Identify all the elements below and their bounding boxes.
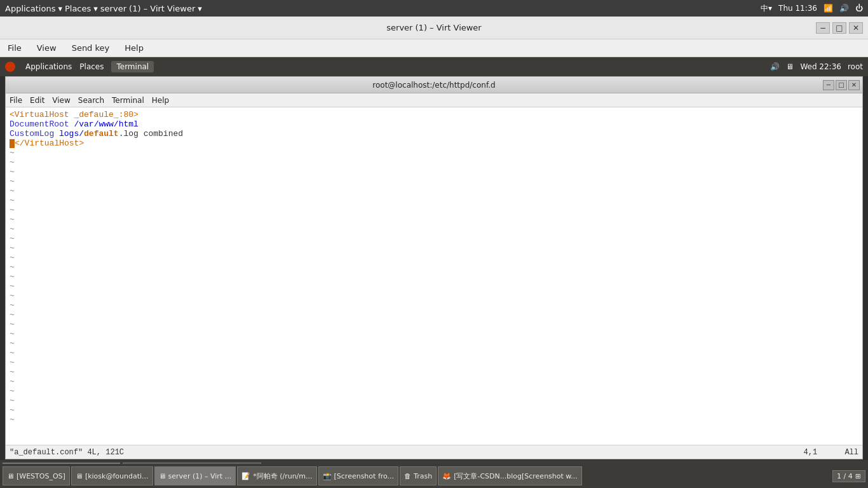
terminal-menubar: File Edit View Search Terminal Help bbox=[6, 93, 862, 107]
host-taskbar-item-server[interactable]: 🖥 server (1) – Virt ... bbox=[154, 466, 236, 485]
terminal-title: root@localhost:/etc/httpd/conf.d bbox=[372, 81, 495, 90]
vm-clock: Wed 22:36 bbox=[800, 62, 841, 71]
terminal-line-2: DocumentRoot /var/www/html bbox=[10, 119, 858, 129]
csdn-icon: 🦊 bbox=[442, 472, 451, 480]
terminal-position-status: 4,1 All bbox=[804, 448, 858, 457]
apache-icon: 📝 bbox=[241, 472, 250, 480]
input-method-indicator[interactable]: 中▾ bbox=[761, 3, 772, 14]
virt-viewer-file-menu[interactable]: File bbox=[5, 42, 24, 54]
vm-topbar: Applications Places Terminal 🔊 🖥 Wed 22:… bbox=[0, 57, 868, 76]
csdn-label: [写文章-CSDN...blog[Screenshot w... bbox=[454, 471, 578, 481]
system-topbar: Applications ▾ Places ▾ server (1) – Vir… bbox=[0, 0, 868, 17]
server-icon: 🖥 bbox=[159, 472, 166, 480]
host-taskbar-item-csdn[interactable]: 🦊 [写文章-CSDN...blog[Screenshot w... bbox=[438, 466, 582, 485]
terminal-filename-status: "a_default.conf" 4L, 121C bbox=[10, 448, 124, 457]
westos-icon: 🖥 bbox=[7, 472, 14, 480]
trash-label: Trash bbox=[414, 472, 432, 480]
host-taskbar-item-apache[interactable]: 📝 *阿帕奇 (/run/m... bbox=[237, 466, 316, 485]
virt-viewer-minimize-button[interactable]: − bbox=[816, 22, 830, 34]
host-taskbar-item-trash[interactable]: 🗑 Trash bbox=[400, 466, 437, 485]
vm-topbar-right: 🔊 🖥 Wed 22:36 root bbox=[770, 62, 863, 71]
wifi-icon[interactable]: 📶 bbox=[824, 4, 833, 13]
terminal-window: root@localhost:/etc/httpd/conf.d − □ ✕ F… bbox=[5, 76, 863, 459]
kiosk-icon: 🖥 bbox=[76, 472, 83, 480]
system-window-dropdown-icon[interactable]: ▾ bbox=[198, 4, 202, 13]
virt-viewer-view-menu[interactable]: View bbox=[34, 42, 59, 54]
system-places-dropdown-icon[interactable]: ▾ bbox=[93, 4, 98, 13]
virt-viewer-controls: − □ ✕ bbox=[816, 22, 863, 34]
vm-display-icon[interactable]: 🖥 bbox=[786, 62, 794, 71]
system-clock: Thu 11:36 bbox=[778, 4, 817, 13]
virt-viewer-restore-button[interactable]: □ bbox=[832, 22, 846, 34]
terminal-minimize-button[interactable]: − bbox=[823, 80, 834, 90]
vm-topbar-left: Applications Places Terminal bbox=[5, 61, 154, 72]
system-topbar-left: Applications ▾ Places ▾ server (1) – Vir… bbox=[5, 4, 202, 13]
vm-volume-icon[interactable]: 🔊 bbox=[770, 62, 780, 71]
terminal-line-1: <VirtualHost _defaule_:80> bbox=[10, 110, 858, 119]
terminal-tildes: ~~~~~ ~~~~~ ~~~~~ ~~~~~ ~~~~~ ~~~~ bbox=[10, 148, 858, 424]
terminal-search-menu[interactable]: Search bbox=[78, 96, 104, 105]
virt-viewer-help-menu[interactable]: Help bbox=[122, 42, 146, 54]
terminal-view-menu[interactable]: View bbox=[52, 96, 70, 105]
virt-viewer-window: server (1) – Virt Viewer − □ ✕ File View… bbox=[0, 17, 868, 488]
terminal-terminal-menu[interactable]: Terminal bbox=[112, 96, 144, 105]
virt-viewer-titlebar: server (1) – Virt Viewer − □ ✕ bbox=[0, 17, 868, 39]
screenshot-label: [Screenshot fro... bbox=[334, 472, 395, 480]
server-label: server (1) – Virt ... bbox=[168, 472, 232, 480]
terminal-file-menu[interactable]: File bbox=[10, 96, 22, 105]
host-taskbar-item-kiosk[interactable]: 🖥 [kiosk@foundati... bbox=[71, 466, 153, 485]
power-icon[interactable]: ⏻ bbox=[855, 4, 863, 13]
volume-icon[interactable]: 🔊 bbox=[839, 4, 849, 13]
vm-content: Applications Places Terminal 🔊 🖥 Wed 22:… bbox=[0, 57, 868, 488]
terminal-line-4: </VirtualHost> bbox=[10, 139, 858, 148]
system-topbar-right: 中▾ Thu 11:36 📶 🔊 ⏻ bbox=[761, 3, 863, 14]
system-window-menu[interactable]: server (1) – Virt Viewer bbox=[100, 4, 195, 13]
virt-viewer-close-button[interactable]: ✕ bbox=[849, 22, 863, 34]
terminal-line-3: CustomLog logs/default.log combined bbox=[10, 129, 858, 139]
virt-viewer-sendkey-menu[interactable]: Send key bbox=[69, 42, 112, 54]
virt-viewer-menubar: File View Send key Help bbox=[0, 39, 868, 57]
trash-icon: 🗑 bbox=[404, 472, 411, 480]
terminal-body[interactable]: <VirtualHost _defaule_:80> DocumentRoot … bbox=[6, 107, 862, 445]
host-taskbar-item-screenshot[interactable]: 📸 [Screenshot fro... bbox=[318, 466, 399, 485]
vm-places-menu[interactable]: Places bbox=[79, 62, 104, 71]
kiosk-label: [kiosk@foundati... bbox=[85, 472, 149, 480]
host-pager[interactable]: 1 / 4 ⊞ bbox=[832, 470, 865, 482]
terminal-titlebar: root@localhost:/etc/httpd/conf.d − □ ✕ bbox=[6, 77, 862, 93]
vm-apps-menu[interactable]: Applications bbox=[25, 62, 72, 71]
westos-label: [WESTOS_OS] bbox=[17, 472, 65, 480]
terminal-restore-button[interactable]: □ bbox=[836, 80, 847, 90]
vm-user-indicator: root bbox=[848, 62, 863, 71]
virt-viewer-title: server (1) – Virt Viewer bbox=[386, 23, 481, 32]
terminal-edit-menu[interactable]: Edit bbox=[30, 96, 44, 105]
host-taskbar-item-westos[interactable]: 🖥 [WESTOS_OS] bbox=[3, 466, 70, 485]
system-apps-dropdown-icon[interactable]: ▾ bbox=[58, 4, 62, 13]
host-pager-icon: ⊞ bbox=[855, 472, 861, 480]
terminal-close-button[interactable]: ✕ bbox=[848, 80, 860, 90]
system-apps-menu[interactable]: Applications bbox=[5, 4, 55, 13]
apache-label: *阿帕奇 (/run/m... bbox=[253, 471, 312, 481]
terminal-statusbar: "a_default.conf" 4L, 121C 4,1 All bbox=[6, 445, 862, 459]
host-taskbar: 🖥 [WESTOS_OS] 🖥 [kiosk@foundati... 🖥 ser… bbox=[0, 464, 868, 488]
terminal-win-controls: − □ ✕ bbox=[823, 80, 860, 90]
host-pager-label: 1 / 4 bbox=[837, 472, 853, 480]
screenshot-icon: 📸 bbox=[323, 472, 332, 480]
vm-terminal-tab[interactable]: Terminal bbox=[111, 61, 154, 72]
terminal-help-menu[interactable]: Help bbox=[152, 96, 169, 105]
host-taskbar-right: 1 / 4 ⊞ bbox=[832, 470, 865, 482]
system-places-menu[interactable]: Places bbox=[65, 4, 91, 13]
